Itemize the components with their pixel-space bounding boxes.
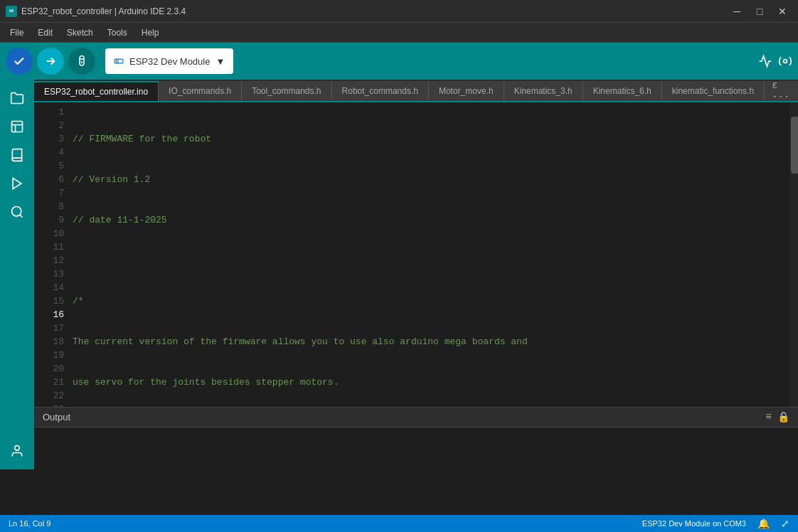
svg-marker-9	[13, 179, 21, 189]
tab-bar: ESP32_robot_controller.ino IO_commands.h…	[34, 80, 798, 102]
upload-button[interactable]	[37, 48, 64, 75]
sidebar-item-user[interactable]	[4, 438, 30, 464]
tab-kinematic-functions[interactable]: kinematic_functions.h	[662, 81, 765, 101]
svg-point-10	[12, 207, 21, 216]
tab-label: ESP32_robot_controller.ino	[44, 87, 148, 97]
svg-point-5	[784, 60, 787, 63]
output-panel: Output ≡ 🔒	[34, 407, 798, 469]
svg-rect-6	[12, 122, 23, 132]
svg-point-12	[15, 446, 20, 451]
tab-label: Kinematics_3.h	[514, 86, 573, 96]
status-position: Ln 16, Col 9	[9, 519, 50, 528]
tab-label: Motor_move.h	[439, 86, 494, 96]
vertical-scrollbar[interactable]	[789, 102, 798, 407]
tab-label: kinematic_functions.h	[672, 86, 754, 96]
titlebar: ∞ ESP32_robot_controller | Arduino IDE 2…	[0, 0, 798, 23]
tab-main-ino[interactable]: ESP32_robot_controller.ino	[34, 81, 159, 101]
debugger-button[interactable]	[68, 48, 95, 75]
svg-line-11	[20, 215, 23, 218]
verify-button[interactable]	[6, 48, 33, 75]
toolbar-right	[758, 54, 792, 68]
sidebar-item-boards[interactable]	[4, 114, 30, 139]
status-board: ESP32 Dev Module on COM3	[642, 519, 746, 528]
usb-icon	[114, 56, 124, 66]
titlebar-left: ∞ ESP32_robot_controller | Arduino IDE 2…	[6, 6, 186, 17]
output-label: Output	[43, 412, 70, 422]
status-right: ESP32 Dev Module on COM3 🔔 ⤢	[642, 518, 789, 529]
tab-kinematics6[interactable]: Kinematics_6.h	[583, 81, 662, 101]
output-header: Output ≡ 🔒	[34, 408, 798, 427]
serial-monitor-button[interactable]	[778, 54, 792, 68]
menu-help[interactable]: Help	[134, 25, 166, 41]
tab-label: Kinematics_6.h	[593, 86, 651, 96]
tab-kinematics3[interactable]: Kinematics_3.h	[504, 81, 583, 101]
tab-label: Robot_commands.h	[342, 86, 418, 96]
expand-icon[interactable]: ⤢	[781, 518, 789, 529]
menu-tools[interactable]: Tools	[100, 25, 134, 41]
tab-more-button[interactable]: ε ···	[765, 81, 798, 101]
main-area: ESP32_robot_controller.ino IO_commands.h…	[0, 80, 798, 469]
close-button[interactable]: ✕	[772, 4, 792, 18]
tab-io-commands[interactable]: IO_commands.h	[159, 81, 242, 101]
code-content[interactable]: // FIRMWARE for the robot // Version 1.2…	[70, 102, 789, 407]
window-controls: ─ □ ✕	[727, 4, 792, 18]
toolbar: ESP32 Dev Module ▼	[0, 43, 798, 80]
menu-sketch[interactable]: Sketch	[60, 25, 100, 41]
output-lock-icon[interactable]: 🔒	[777, 411, 789, 423]
menu-edit[interactable]: Edit	[31, 25, 60, 41]
sidebar	[0, 80, 34, 469]
menu-file[interactable]: File	[3, 25, 31, 41]
arduino-logo: ∞	[6, 6, 17, 17]
code-editor[interactable]: 1 2 3 4 5 6 7 8 9 10 11 12 13 14 15 16 1…	[34, 102, 798, 407]
board-selector[interactable]: ESP32 Dev Module ▼	[105, 48, 233, 74]
minimize-button[interactable]: ─	[727, 4, 747, 18]
line-numbers: 1 2 3 4 5 6 7 8 9 10 11 12 13 14 15 16 1…	[34, 102, 70, 407]
sidebar-item-library[interactable]	[4, 142, 30, 168]
menubar: File Edit Sketch Tools Help	[0, 23, 798, 43]
tab-robot-commands[interactable]: Robot_commands.h	[332, 81, 429, 101]
tab-motor-move[interactable]: Motor_move.h	[429, 81, 504, 101]
notification-icon[interactable]: 🔔	[757, 518, 770, 529]
statusbar: Ln 16, Col 9 ESP32 Dev Module on COM3 🔔 …	[0, 515, 798, 532]
board-name: ESP32 Dev Module	[129, 56, 210, 67]
window-title: ESP32_robot_controller | Arduino IDE 2.3…	[21, 6, 186, 16]
tab-label: Tool_commands.h	[252, 86, 321, 96]
tab-label: IO_commands.h	[169, 86, 231, 96]
sidebar-item-debug[interactable]	[4, 171, 30, 196]
sidebar-item-sketchbook[interactable]	[4, 85, 30, 111]
board-dropdown-arrow: ▼	[216, 56, 225, 67]
output-icons: ≡ 🔒	[766, 411, 789, 423]
output-list-icon[interactable]: ≡	[766, 411, 772, 423]
serial-plotter-button[interactable]	[758, 54, 772, 68]
output-content	[34, 427, 798, 470]
sidebar-item-search[interactable]	[4, 199, 30, 225]
editor-area: ESP32_robot_controller.ino IO_commands.h…	[34, 80, 798, 469]
tab-tool-commands[interactable]: Tool_commands.h	[242, 81, 331, 101]
maximize-button[interactable]: □	[750, 4, 770, 18]
